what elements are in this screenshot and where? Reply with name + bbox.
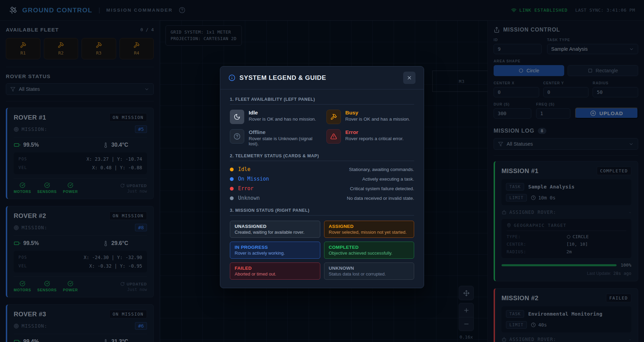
- legend-modal: SYSTEM LEGEND & GUIDE 1. FLEET AVAILABIL…: [220, 66, 424, 288]
- status-box-unknown: UNKNOWN Status data lost or corrupted.: [324, 262, 414, 280]
- modal-close-button[interactable]: [403, 72, 416, 84]
- section-2-title: 2. TELEMETRY STATUS (CARDS & MAP): [230, 154, 414, 161]
- section-3-title: 3. MISSION STATUS (RIGHT PANEL): [230, 208, 414, 216]
- status-box-failed: FAILED Aborted or timed out.: [230, 262, 320, 280]
- status-dot: [230, 187, 234, 191]
- legend-item-busy: Busy Rover is OK and has a mission.: [326, 110, 414, 124]
- info-circle-icon: [228, 74, 235, 81]
- telemetry-legend: Idle Stationary, awaiting commands. On M…: [230, 166, 414, 201]
- telemetry-row-unknown: Unknown No data received or invalid stat…: [230, 195, 414, 201]
- status-box-unassigned: UNASSIGNED Created, waiting for availabl…: [230, 221, 320, 238]
- status-dot: [230, 196, 234, 200]
- status-box-assigned: ASSIGNED Rover selected, mission not yet…: [324, 221, 414, 238]
- close-icon: [407, 75, 412, 81]
- status-box-in-progress: IN PROGRESS Rover is actively working.: [230, 242, 320, 259]
- legend-item-offline: Offline Rover state is Unknown (signal l…: [230, 129, 318, 146]
- legend-item-idle: Idle Rover is OK and has no mission.: [230, 110, 318, 124]
- alert-triangle-icon: [330, 133, 337, 140]
- question-circle-icon: [234, 133, 240, 140]
- telemetry-row-error: Error Critical system failure detected.: [230, 185, 414, 192]
- modal-title: SYSTEM LEGEND & GUIDE: [239, 74, 326, 82]
- status-dot: [230, 168, 234, 171]
- hammer-icon: [330, 113, 337, 120]
- telemetry-row-idle: Idle Stationary, awaiting commands.: [230, 166, 414, 172]
- legend-item-error: Error Rover reports a critical error.: [326, 129, 414, 146]
- status-dot: [230, 177, 234, 181]
- section-1-title: 1. FLEET AVAILABILITY (LEFT PANEL): [230, 97, 414, 105]
- moon-icon: [234, 113, 240, 120]
- telemetry-row-on-mission: On Mission Actively executing a task.: [230, 176, 414, 182]
- modal-body: 1. FLEET AVAILABILITY (LEFT PANEL) Idle …: [220, 89, 424, 288]
- status-box-completed: COMPLETED Objective achieved successfull…: [324, 242, 414, 259]
- app-root: GROUND CONTROL | MISSION COMMANDER LINK …: [0, 0, 644, 342]
- modal-header: SYSTEM LEGEND & GUIDE: [220, 66, 424, 89]
- mission-status-legend: UNASSIGNED Created, waiting for availabl…: [230, 221, 414, 280]
- fleet-legend-grid: Idle Rover is OK and has no mission. Bus…: [230, 110, 414, 146]
